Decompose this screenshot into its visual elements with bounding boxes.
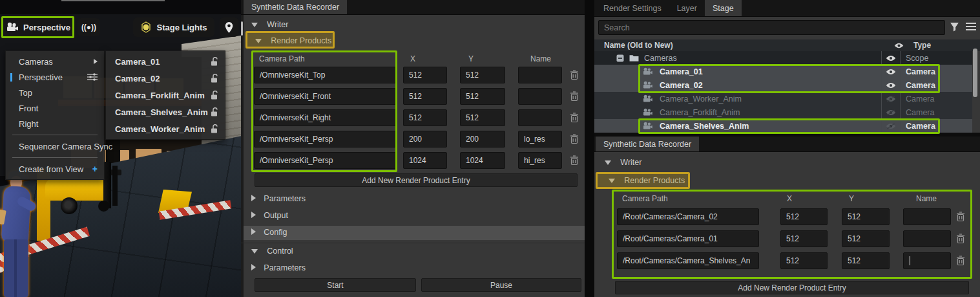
visibility-toggle[interactable] bbox=[881, 51, 901, 65]
name-input[interactable] bbox=[903, 230, 951, 247]
viewport-3d[interactable]: Perspective ((●)) Stage Lights Camer bbox=[0, 0, 241, 297]
delete-row-button[interactable] bbox=[570, 155, 579, 166]
splitter-grip[interactable] bbox=[241, 21, 243, 36]
name-input[interactable] bbox=[903, 208, 951, 225]
type-column-header[interactable]: Type bbox=[908, 41, 948, 50]
y-resolution-input[interactable]: 512 bbox=[460, 109, 505, 126]
y-resolution-input[interactable]: 200 bbox=[460, 131, 505, 148]
delete-row-button[interactable] bbox=[570, 91, 579, 102]
camera-menu-item[interactable]: Camera_Shelves_Anim bbox=[106, 104, 225, 120]
camera-path-input[interactable]: /OmniverseKit_Top bbox=[254, 67, 396, 83]
y-resolution-input[interactable]: 512 bbox=[842, 252, 890, 269]
search-input[interactable] bbox=[598, 20, 945, 35]
name-input[interactable] bbox=[518, 109, 562, 126]
start-button[interactable]: Start bbox=[255, 278, 416, 292]
x-resolution-input[interactable]: 512 bbox=[780, 230, 828, 247]
render-products-section-header[interactable]: Render Products bbox=[609, 176, 685, 185]
camera-menu-item[interactable]: Camera_01 bbox=[106, 53, 225, 70]
stage-tree-row[interactable]: Camera_02 Camera bbox=[594, 78, 972, 92]
y-resolution-input[interactable]: 512 bbox=[842, 208, 890, 225]
stage-tree-row[interactable]: Camera_Shelves_Anim Camera bbox=[594, 119, 972, 133]
stage-panel-tab[interactable]: Stage bbox=[705, 0, 742, 16]
name-input[interactable] bbox=[518, 88, 562, 105]
menu-item[interactable] bbox=[12, 135, 98, 135]
delete-row-button[interactable] bbox=[570, 113, 579, 123]
add-render-product-button[interactable]: Add New Render Product Entry bbox=[615, 281, 969, 294]
camera-path-input[interactable]: /Root/Cameras/Camera_02 bbox=[617, 208, 759, 225]
delete-row-button[interactable] bbox=[956, 256, 965, 266]
stage-panel-tab[interactable]: Layer bbox=[669, 0, 705, 16]
camera-menu-item[interactable]: Camera_Worker_Anim bbox=[106, 120, 225, 137]
stage-lights-button[interactable]: Stage Lights bbox=[133, 17, 214, 37]
x-resolution-input[interactable]: 1024 bbox=[403, 152, 447, 169]
control-parameters-section-header[interactable]: Parameters bbox=[251, 263, 306, 272]
pause-button[interactable]: Pause bbox=[421, 278, 581, 292]
panel-splitter[interactable] bbox=[241, 0, 244, 297]
stage-scrollbar[interactable] bbox=[973, 49, 977, 97]
y-resolution-input[interactable]: 1024 bbox=[460, 152, 505, 169]
x-resolution-input[interactable]: 512 bbox=[403, 88, 447, 105]
name-input[interactable] bbox=[518, 67, 562, 83]
name-input[interactable]: lo_res bbox=[518, 131, 562, 148]
waypoint-button[interactable] bbox=[220, 17, 238, 37]
menu-item[interactable]: Perspective bbox=[6, 69, 104, 85]
stage-tree-row[interactable]: Camera_01 Camera bbox=[594, 65, 972, 78]
menu-item[interactable]: Sequencer Camera Sync bbox=[6, 138, 104, 154]
writer-section-header[interactable]: Writer bbox=[605, 158, 641, 167]
camera-menu-item[interactable]: Camera_02 bbox=[106, 70, 225, 87]
config-section-header[interactable]: Config bbox=[251, 228, 287, 237]
x-resolution-input[interactable]: 512 bbox=[403, 67, 447, 83]
camera-path-input[interactable]: /OmniverseKit_Right bbox=[254, 109, 396, 126]
control-section-header[interactable]: Control bbox=[251, 247, 293, 256]
collapse-toggle-icon[interactable] bbox=[616, 54, 624, 62]
delete-row-button[interactable] bbox=[570, 134, 579, 144]
filter-button[interactable] bbox=[950, 22, 959, 34]
menu-item[interactable]: Cameras bbox=[6, 54, 104, 69]
x-resolution-input[interactable]: 512 bbox=[780, 252, 828, 269]
name-input[interactable]: hi_res bbox=[518, 152, 562, 169]
visibility-toggle[interactable] bbox=[881, 78, 901, 92]
writer-section-header[interactable]: Writer bbox=[251, 20, 288, 29]
visibility-toggle[interactable] bbox=[881, 92, 901, 105]
parameters-section-header[interactable]: Parameters bbox=[251, 194, 306, 203]
menu-item[interactable]: Create from View + bbox=[6, 161, 104, 177]
y-resolution-input[interactable]: 512 bbox=[460, 67, 505, 83]
options-button[interactable] bbox=[966, 23, 976, 33]
stage-tree-row[interactable]: Camera_Worker_Anim Camera bbox=[594, 92, 972, 105]
render-products-section-header[interactable]: Render Products bbox=[255, 36, 331, 45]
y-resolution-input[interactable]: 512 bbox=[842, 230, 890, 247]
menu-item[interactable] bbox=[12, 157, 98, 158]
menu-item[interactable]: Right bbox=[6, 116, 104, 131]
live-sync-icon: ((●)) bbox=[81, 23, 96, 32]
camera-selector-button[interactable]: Perspective bbox=[2, 17, 74, 38]
camera-path-input[interactable]: /Root/Cameras/Camera_01 bbox=[617, 230, 759, 247]
add-render-product-button[interactable]: Add New Render Product Entry bbox=[255, 173, 578, 187]
output-section-header[interactable]: Output bbox=[251, 211, 288, 220]
menu-item[interactable]: Front bbox=[6, 100, 104, 116]
delete-row-button[interactable] bbox=[956, 212, 965, 222]
x-resolution-input[interactable]: 512 bbox=[780, 208, 828, 225]
worker-character-selected[interactable] bbox=[0, 168, 41, 297]
y-resolution-input[interactable]: 512 bbox=[460, 88, 505, 105]
x-resolution-input[interactable]: 200 bbox=[403, 131, 447, 148]
delete-row-button[interactable] bbox=[956, 234, 965, 244]
camera-menu-item[interactable]: Camera_Forklift_Anim bbox=[106, 87, 225, 104]
delete-row-button[interactable] bbox=[570, 70, 579, 80]
name-column-header[interactable]: Name (Old to New) bbox=[594, 41, 889, 50]
camera-path-input[interactable]: /Root/Cameras/Camera_Shelves_An bbox=[617, 252, 759, 269]
tab-synthetic-data-recorder-2[interactable]: Synthetic Data Recorder bbox=[596, 137, 699, 151]
stage-tree-row[interactable]: Camera_Forklift_Anim Camera bbox=[594, 105, 972, 119]
stage-tree-row[interactable]: Cameras Scope bbox=[594, 51, 972, 65]
visibility-toggle[interactable] bbox=[881, 65, 901, 78]
camera-path-input[interactable]: /OmniverseKit_Persp bbox=[254, 131, 396, 148]
tab-synthetic-data-recorder[interactable]: Synthetic Data Recorder bbox=[244, 0, 347, 14]
visibility-toggle[interactable] bbox=[881, 105, 901, 119]
stage-panel-tab[interactable]: Render Settings bbox=[596, 0, 669, 16]
menu-item[interactable]: Top bbox=[6, 85, 104, 100]
live-sync-button[interactable]: ((●)) bbox=[78, 18, 100, 36]
camera-path-input[interactable]: /OmniverseKit_Front bbox=[254, 88, 396, 105]
visibility-toggle[interactable] bbox=[881, 119, 901, 133]
x-resolution-input[interactable]: 512 bbox=[403, 109, 447, 126]
name-input[interactable] bbox=[903, 252, 951, 269]
camera-path-input[interactable]: /OmniverseKit_Persp bbox=[254, 152, 396, 169]
